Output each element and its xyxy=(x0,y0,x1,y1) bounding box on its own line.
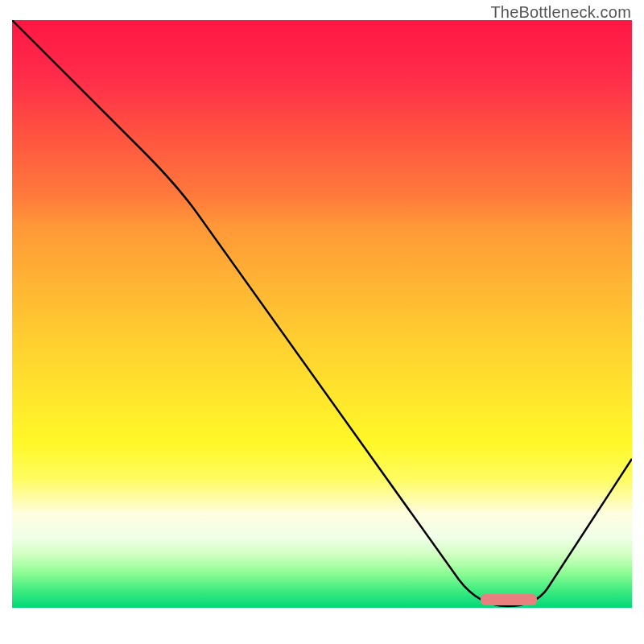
optimal-marker xyxy=(481,594,537,605)
watermark-text: TheBottleneck.com xyxy=(490,3,631,22)
background-gradient xyxy=(12,20,632,608)
chart-area xyxy=(12,20,632,640)
